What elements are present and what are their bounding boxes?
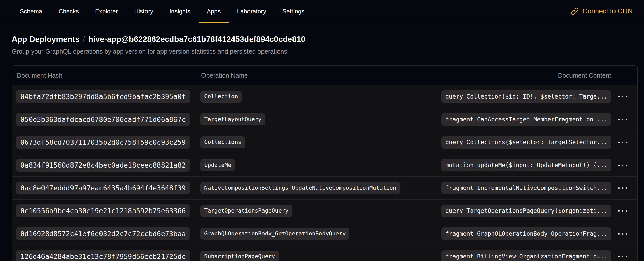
document-hash-badge: 0673df58cd7037117035b2d0c758f59c0c93c259 — [16, 136, 190, 149]
breadcrumb: App Deployments/hive-app@b622862ecdba7c6… — [12, 35, 638, 44]
document-hash-badge: 0a834f91560d872e8c4bec0ade18ceec88821a82 — [16, 159, 190, 172]
row-actions-button[interactable] — [616, 207, 629, 215]
nav-tab-checks[interactable]: Checks — [50, 0, 87, 23]
breadcrumb-app-deployments-link[interactable]: App Deployments — [12, 35, 80, 44]
row-actions-button[interactable] — [616, 139, 629, 146]
document-content-preview-badge: fragment BillingView_OrganizationFragmen… — [441, 250, 611, 261]
ellipsis-icon — [618, 96, 620, 97]
operation-name-badge: TargetLayoutQuery — [200, 113, 265, 125]
table-row: 0d16928d8572c41ef6e032d2c7c72ccbd6e73baa… — [12, 222, 637, 245]
row-actions-button[interactable] — [616, 184, 629, 192]
operation-name-badge: updateMe — [200, 159, 235, 171]
nav-tab-label: Checks — [58, 8, 79, 15]
document-hash-badge: 126d46a4284abe31c13c78f7959d56eeb21725dc — [16, 250, 190, 261]
document-hash-badge: 0ac8e047eddd97a97eac6435a4b694f4e3648f39 — [16, 182, 190, 195]
operation-name-badge: Collections — [200, 136, 245, 148]
nav-tabs: Schema Checks Explorer History Insights … — [12, 0, 313, 23]
ellipsis-icon — [618, 233, 620, 235]
operation-name-badge: NativeCompositionSettings_UpdateNativeCo… — [200, 182, 400, 194]
row-actions-button[interactable] — [616, 161, 629, 169]
ellipsis-icon — [618, 119, 620, 120]
operation-name-badge: GraphQLOperationBody_GetOperationBodyQue… — [200, 228, 349, 239]
row-actions-button[interactable] — [616, 253, 629, 260]
breadcrumb-current-deployment: hive-app@b622862ecdba7c61b78f412453def89… — [88, 35, 305, 44]
link-icon — [571, 7, 579, 15]
document-hash-badge: 0c10556a9be4ca30e19e21c1218a592b75e63366 — [16, 204, 190, 218]
table-body: 04bfa72dfb83b297dd8a5b6fed9bafac2b395a0f… — [12, 85, 637, 261]
ellipsis-icon — [618, 187, 620, 189]
document-hash-badge: 050e5b363dafdcacd6780e706cadf771d06a867c — [16, 113, 190, 126]
table-header-row: Document Hash Operation Name Document Co… — [12, 66, 637, 85]
nav-tab-label: Settings — [282, 8, 304, 15]
column-header-operation-name: Operation Name — [200, 72, 441, 79]
document-content-preview-badge: query TargetOperationsPageQuery($organiz… — [441, 205, 611, 217]
documents-table: Document Hash Operation Name Document Co… — [12, 65, 638, 261]
nav-tab-laboratory[interactable]: Laboratory — [229, 0, 274, 23]
page-subtitle: Group your GraphQL operations by app ver… — [12, 48, 638, 55]
table-row: 04bfa72dfb83b297dd8a5b6fed9bafac2b395a0f… — [12, 85, 637, 108]
row-actions-button[interactable] — [616, 93, 629, 101]
app-deployment-detail-page: App Deployments/hive-app@b622862ecdba7c6… — [0, 35, 644, 261]
table-row: 126d46a4284abe31c13c78f7959d56eeb21725dc… — [12, 245, 637, 261]
table-row: 0673df58cd7037117035b2d0c758f59c0c93c259… — [12, 131, 637, 154]
ellipsis-icon — [618, 210, 620, 212]
nav-tab-settings[interactable]: Settings — [274, 0, 313, 23]
ellipsis-icon — [618, 165, 620, 166]
row-actions-button[interactable] — [616, 116, 629, 123]
nav-tab-label: Insights — [169, 8, 191, 15]
column-header-document-content: Document Content — [441, 72, 611, 79]
nav-tab-explorer[interactable]: Explorer — [87, 0, 126, 23]
operation-name-badge: TargetOperationsPageQuery — [200, 205, 292, 217]
operation-name-badge: SubscriptionPageQuery — [200, 251, 279, 261]
nav-tab-label: Explorer — [95, 8, 118, 15]
nav-tab-label: History — [134, 8, 153, 15]
nav-tab-apps[interactable]: Apps — [199, 0, 229, 23]
document-hash-badge: 04bfa72dfb83b297dd8a5b6fed9bafac2b395a0f — [16, 90, 190, 103]
ellipsis-icon — [618, 256, 620, 257]
document-content-preview-badge: query Collections($selector: TargetSelec… — [441, 136, 611, 149]
table-row: 0a834f91560d872e8c4bec0ade18ceec88821a82… — [12, 154, 637, 176]
nav-tab-schema[interactable]: Schema — [12, 0, 50, 23]
ellipsis-icon — [618, 142, 620, 143]
table-row: 0ac8e047eddd97a97eac6435a4b694f4e3648f39… — [12, 176, 637, 199]
column-header-document-hash: Document Hash — [16, 72, 200, 79]
nav-tab-label: Laboratory — [237, 8, 266, 15]
document-content-preview-badge: query Collection($id: ID!, $selector: Ta… — [441, 90, 611, 103]
document-content-preview-badge: fragment GraphQLOperationBody_OperationF… — [441, 227, 611, 240]
operation-name-badge: Collection — [200, 91, 242, 102]
breadcrumb-separator: / — [83, 35, 85, 44]
connect-to-cdn-label: Connect to CDN — [582, 7, 633, 15]
document-content-preview-badge: mutation updateMe($input: UpdateMeInput!… — [441, 159, 611, 171]
nav-tab-label: Apps — [207, 8, 221, 15]
nav-tab-insights[interactable]: Insights — [161, 0, 199, 23]
document-content-preview-badge: fragment IncrementalNativeCompositionSwi… — [441, 182, 611, 194]
top-nav: Schema Checks Explorer History Insights … — [0, 0, 644, 23]
nav-tab-history[interactable]: History — [126, 0, 161, 23]
row-actions-button[interactable] — [616, 230, 629, 238]
document-content-preview-badge: fragment CanAccessTarget_MemberFragment … — [441, 113, 611, 126]
nav-tab-label: Schema — [20, 8, 42, 15]
document-hash-badge: 0d16928d8572c41ef6e032d2c7c72ccbd6e73baa — [16, 227, 190, 240]
table-row: 050e5b363dafdcacd6780e706cadf771d06a867c… — [12, 108, 637, 131]
table-row: 0c10556a9be4ca30e19e21c1218a592b75e63366… — [12, 199, 637, 222]
connect-to-cdn-button[interactable]: Connect to CDN — [571, 0, 633, 23]
